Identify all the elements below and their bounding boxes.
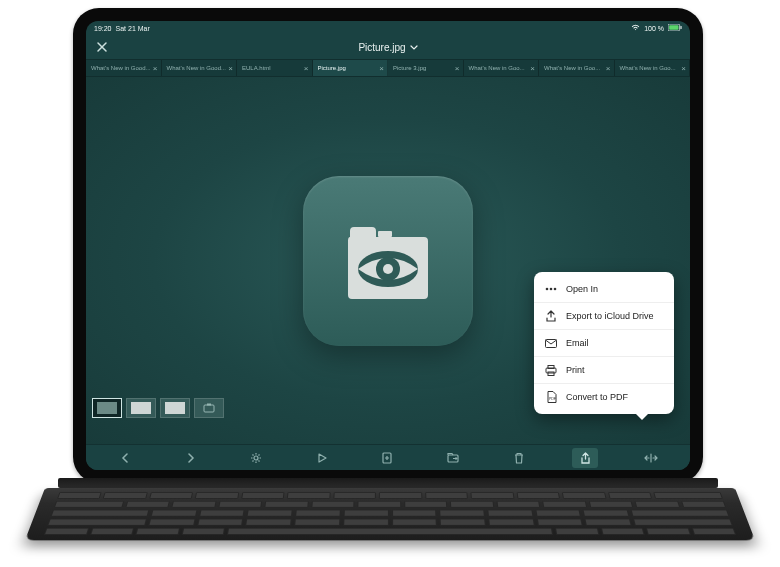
menu-label: Open In [566, 284, 598, 294]
back-button[interactable] [112, 448, 138, 468]
status-time: 19:20 [94, 25, 112, 32]
forward-button[interactable] [178, 448, 204, 468]
thumbnail[interactable] [194, 398, 224, 418]
keyboard-hinge [58, 478, 718, 488]
more-icon [544, 282, 558, 296]
export-icon [544, 309, 558, 323]
menu-item-open-in[interactable]: Open In [534, 276, 674, 302]
menu-item-print[interactable]: Print [534, 356, 674, 383]
tab-label: EULA.html [242, 65, 271, 71]
close-icon[interactable]: × [528, 64, 535, 73]
battery-icon [668, 24, 682, 32]
svg-point-9 [546, 288, 549, 291]
thumbnail-strip [92, 398, 224, 418]
svg-point-10 [550, 288, 553, 291]
screen: 19:20 Sat 21 Mar 100 % Picture.jpg [86, 21, 690, 470]
document-title-dropdown[interactable]: Picture.jpg [112, 42, 664, 53]
play-button[interactable] [309, 448, 335, 468]
menu-label: Export to iCloud Drive [566, 311, 654, 321]
wifi-icon [631, 24, 640, 32]
fit-button[interactable] [638, 448, 664, 468]
tab-label: What's New in Good... [91, 65, 151, 71]
camera-folder-eye-icon [303, 176, 473, 346]
svg-rect-1 [669, 25, 678, 30]
menu-item-email[interactable]: Email [534, 329, 674, 356]
close-icon[interactable]: × [151, 64, 158, 73]
status-date: Sat 21 Mar [116, 25, 150, 32]
close-icon[interactable]: × [453, 64, 460, 73]
battery-percent: 100 % [644, 25, 664, 32]
tab-item[interactable]: What's New in Goo...× [615, 60, 691, 76]
tab-label: Picture 3.jpg [393, 65, 426, 71]
tab-item[interactable]: What's New in Good...× [86, 60, 162, 76]
svg-point-11 [554, 288, 557, 291]
close-button[interactable] [92, 37, 112, 57]
status-bar: 19:20 Sat 21 Mar 100 % [86, 21, 690, 35]
bottom-toolbar [86, 444, 690, 470]
close-icon[interactable]: × [377, 64, 384, 73]
menu-item-pdf[interactable]: PDF Convert to PDF [534, 383, 674, 410]
svg-rect-7 [204, 405, 214, 412]
svg-point-17 [254, 456, 258, 460]
share-button[interactable] [572, 448, 598, 468]
tab-label: What's New in Goo... [469, 65, 525, 71]
svg-point-6 [383, 264, 393, 274]
close-icon[interactable]: × [226, 64, 233, 73]
tab-label: What's New in Goo... [620, 65, 676, 71]
menu-label: Email [566, 338, 589, 348]
close-icon[interactable]: × [679, 64, 686, 73]
mail-icon [544, 336, 558, 350]
share-popover: Open In Export to iCloud Drive Email Pri… [534, 272, 674, 414]
move-button[interactable] [441, 448, 467, 468]
tab-label: What's New in Goo... [544, 65, 600, 71]
chevron-down-icon [410, 42, 418, 53]
settings-button[interactable] [243, 448, 269, 468]
svg-rect-8 [207, 404, 211, 406]
delete-button[interactable] [506, 448, 532, 468]
tab-item[interactable]: What's New in Good...× [162, 60, 238, 76]
svg-rect-3 [378, 231, 392, 237]
content-area: Open In Export to iCloud Drive Email Pri… [86, 77, 690, 444]
thumbnail[interactable] [126, 398, 156, 418]
keyboard [25, 488, 755, 540]
tab-item[interactable]: What's New in Goo...× [539, 60, 615, 76]
close-icon[interactable]: × [302, 64, 309, 73]
pdf-icon: PDF [544, 390, 558, 404]
title-bar: Picture.jpg [86, 35, 690, 59]
close-icon[interactable]: × [604, 64, 611, 73]
svg-text:PDF: PDF [549, 397, 556, 401]
tab-item-active[interactable]: Picture.jpg× [313, 60, 389, 76]
svg-rect-2 [680, 26, 681, 29]
document-title: Picture.jpg [358, 42, 405, 53]
svg-rect-14 [548, 365, 554, 368]
menu-item-export[interactable]: Export to iCloud Drive [534, 302, 674, 329]
tab-label: What's New in Good... [167, 65, 227, 71]
menu-label: Convert to PDF [566, 392, 628, 402]
ipad-device-frame: 19:20 Sat 21 Mar 100 % Picture.jpg [73, 8, 703, 483]
tab-item[interactable]: What's New in Goo...× [464, 60, 540, 76]
tab-label: Picture.jpg [318, 65, 346, 71]
menu-label: Print [566, 365, 585, 375]
print-icon [544, 363, 558, 377]
thumbnail-selected[interactable] [92, 398, 122, 418]
thumbnail[interactable] [160, 398, 190, 418]
add-file-button[interactable] [375, 448, 401, 468]
tab-item[interactable]: EULA.html× [237, 60, 313, 76]
tab-item[interactable]: Picture 3.jpg× [388, 60, 464, 76]
tabs-bar: What's New in Good...× What's New in Goo… [86, 59, 690, 77]
